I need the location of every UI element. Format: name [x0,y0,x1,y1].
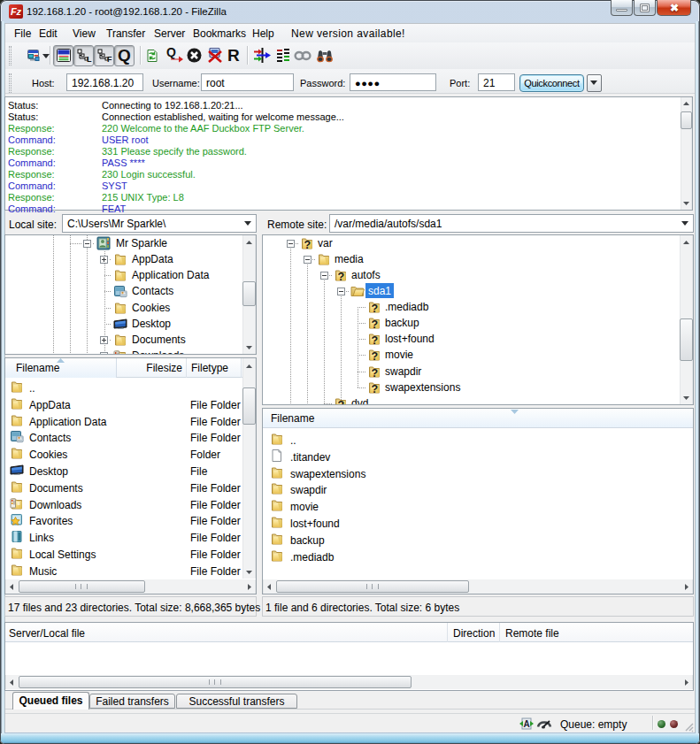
svg-text:A: A [523,719,529,729]
svg-text:F: F [107,55,112,64]
svg-text:L: L [87,55,92,64]
